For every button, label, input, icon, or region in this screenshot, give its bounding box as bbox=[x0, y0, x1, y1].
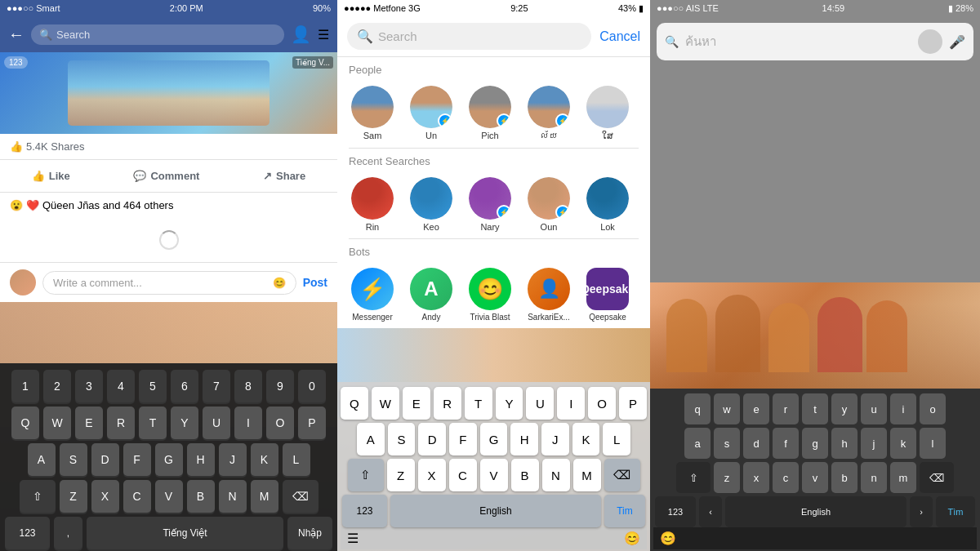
key-y[interactable]: Y bbox=[171, 407, 198, 439]
recent-rin[interactable]: Rin bbox=[344, 174, 401, 235]
kb2-m[interactable]: M bbox=[573, 459, 601, 491]
kb3-w[interactable]: w bbox=[714, 393, 740, 424]
key-3[interactable]: 3 bbox=[75, 370, 103, 402]
key-6[interactable]: 6 bbox=[171, 370, 198, 402]
comment-input[interactable]: Write a comment... 😊 bbox=[42, 271, 296, 295]
key-0[interactable]: 0 bbox=[298, 370, 326, 402]
key-k[interactable]: K bbox=[251, 443, 278, 476]
person-luy[interactable]: ល័យ bbox=[520, 82, 577, 144]
key-g[interactable]: G bbox=[155, 443, 183, 476]
hamburger-icon-2[interactable]: ☰ bbox=[347, 531, 359, 546]
thai-search-bar[interactable]: 🔍 ค้นหา 🎤 bbox=[657, 23, 973, 60]
kb3-g[interactable]: g bbox=[802, 428, 828, 459]
kb2-p[interactable]: P bbox=[619, 387, 647, 420]
key-4[interactable]: 4 bbox=[107, 370, 135, 402]
person-pich[interactable]: Pich bbox=[461, 82, 519, 144]
kb2-t[interactable]: T bbox=[465, 387, 492, 420]
bot-trivia[interactable]: 😊 Trivia Blast bbox=[461, 264, 519, 325]
kb2-j[interactable]: J bbox=[541, 423, 569, 455]
key-1[interactable]: 1 bbox=[11, 370, 39, 402]
key-l[interactable]: L bbox=[283, 443, 310, 476]
key-j[interactable]: J bbox=[219, 443, 247, 476]
kb2-backspace[interactable]: ⌫ bbox=[604, 459, 640, 491]
kb2-f[interactable]: F bbox=[449, 423, 477, 455]
key-123[interactable]: 123 bbox=[5, 517, 50, 549]
kb3-m[interactable]: m bbox=[890, 462, 916, 493]
kb2-x[interactable]: X bbox=[418, 459, 446, 491]
kb3-c[interactable]: c bbox=[773, 462, 799, 493]
kb2-d[interactable]: D bbox=[418, 423, 446, 455]
kb2-q[interactable]: Q bbox=[341, 387, 368, 420]
key-i[interactable]: I bbox=[234, 407, 262, 439]
kb2-o[interactable]: O bbox=[588, 387, 616, 420]
key-9[interactable]: 9 bbox=[266, 370, 294, 402]
kb3-s[interactable]: s bbox=[714, 428, 740, 459]
kb3-123[interactable]: 123 bbox=[655, 496, 696, 527]
like-button[interactable]: 👍 Like bbox=[22, 163, 80, 189]
kb2-y[interactable]: Y bbox=[496, 387, 523, 420]
kb3-u[interactable]: u bbox=[861, 393, 887, 424]
post-button[interactable]: Post bbox=[303, 276, 327, 289]
comment-button[interactable]: 💬 Comment bbox=[123, 163, 209, 189]
key-u[interactable]: U bbox=[203, 407, 230, 439]
bot-messenger[interactable]: ⚡ Messenger bbox=[344, 264, 401, 325]
kb3-n[interactable]: n bbox=[861, 462, 887, 493]
shift-key[interactable]: ⇧ bbox=[20, 480, 56, 513]
menu-icon[interactable]: ☰ bbox=[318, 27, 329, 42]
kb3-a[interactable]: a bbox=[684, 428, 710, 459]
kb2-u[interactable]: U bbox=[526, 387, 554, 420]
emoji-icon-3[interactable]: 😊 bbox=[660, 531, 676, 546]
person-un[interactable]: Un bbox=[403, 82, 460, 144]
kb2-s[interactable]: S bbox=[388, 423, 416, 455]
bot-sarkari[interactable]: 👤 SarkariEx... bbox=[520, 264, 577, 325]
kb3-e[interactable]: e bbox=[743, 393, 769, 424]
recent-nary[interactable]: Nary bbox=[461, 174, 519, 235]
key-t[interactable]: T bbox=[139, 407, 167, 439]
profile-icon[interactable]: 👤 bbox=[291, 24, 311, 44]
kb3-backspace[interactable]: ⌫ bbox=[920, 462, 954, 493]
key-r[interactable]: R bbox=[107, 407, 135, 439]
kb3-t[interactable]: t bbox=[802, 393, 828, 424]
bot-andy[interactable]: A Andy bbox=[403, 264, 460, 325]
kb3-b[interactable]: b bbox=[831, 462, 858, 493]
kb3-x[interactable]: x bbox=[743, 462, 769, 493]
kb3-r[interactable]: r bbox=[773, 393, 799, 424]
kb2-r[interactable]: R bbox=[434, 387, 461, 420]
recent-lok[interactable]: Lok bbox=[579, 174, 636, 235]
key-b[interactable]: B bbox=[187, 480, 215, 513]
kb2-l[interactable]: L bbox=[603, 423, 630, 455]
key-o[interactable]: O bbox=[266, 407, 294, 439]
kb3-h[interactable]: h bbox=[831, 428, 858, 459]
kb3-shift[interactable]: ⇧ bbox=[676, 462, 710, 493]
recent-oun[interactable]: Oun bbox=[520, 174, 577, 235]
kb2-k[interactable]: K bbox=[572, 423, 600, 455]
key-v[interactable]: V bbox=[155, 480, 183, 513]
key-w[interactable]: W bbox=[43, 407, 71, 439]
key-s[interactable]: S bbox=[60, 443, 87, 476]
key-f[interactable]: F bbox=[123, 443, 151, 476]
kb2-v[interactable]: V bbox=[480, 459, 508, 491]
cancel-button[interactable]: Cancel bbox=[599, 29, 640, 44]
key-n[interactable]: N bbox=[219, 480, 247, 513]
emoji-icon-2[interactable]: 😊 bbox=[624, 531, 640, 546]
kb2-n[interactable]: N bbox=[542, 459, 570, 491]
kb3-space[interactable]: English bbox=[725, 496, 906, 527]
kb3-arrow-left[interactable]: ‹ bbox=[699, 496, 722, 527]
kb3-j[interactable]: j bbox=[861, 428, 887, 459]
key-a[interactable]: A bbox=[28, 443, 56, 476]
mic-icon[interactable]: 🎤 bbox=[949, 34, 965, 50]
kb3-i[interactable]: i bbox=[890, 393, 916, 424]
kb3-y[interactable]: y bbox=[831, 393, 858, 424]
share-button[interactable]: ↗ Share bbox=[253, 163, 315, 189]
kb3-f[interactable]: f bbox=[773, 428, 799, 459]
emoji-icon[interactable]: 😊 bbox=[273, 277, 286, 289]
key-x[interactable]: X bbox=[91, 480, 119, 513]
key-z[interactable]: Z bbox=[60, 480, 87, 513]
kb2-w[interactable]: W bbox=[372, 387, 399, 420]
kb3-l[interactable]: l bbox=[920, 428, 946, 459]
kb2-h[interactable]: H bbox=[510, 423, 538, 455]
key-h[interactable]: H bbox=[187, 443, 215, 476]
key-7[interactable]: 7 bbox=[203, 370, 230, 402]
kb2-z[interactable]: Z bbox=[387, 459, 415, 491]
kb3-q[interactable]: q bbox=[684, 393, 710, 424]
